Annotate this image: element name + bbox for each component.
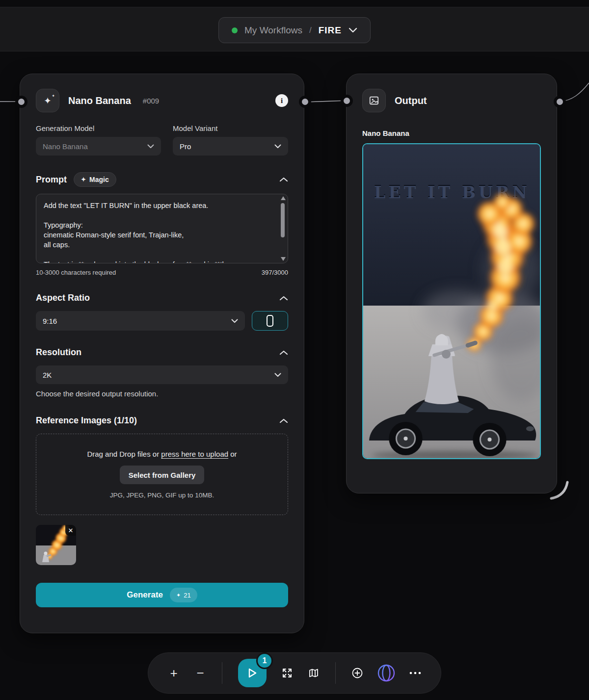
upload-link[interactable]: press here to upload <box>161 450 228 458</box>
chevron-up-icon <box>279 177 288 182</box>
chevron-up-icon <box>279 418 288 423</box>
canvas-toolbar: + − 1 <box>148 652 441 694</box>
prompt-scrollbar[interactable] <box>280 196 286 261</box>
resolution-collapse-button[interactable] <box>279 350 288 355</box>
prompt-textarea[interactable]: Add the text "LET IT BURN" in the upper … <box>36 194 288 263</box>
aspect-ratio-select[interactable]: 9:16 <box>36 311 245 331</box>
add-node-button[interactable] <box>347 662 368 684</box>
prompt-collapse-button[interactable] <box>279 177 288 182</box>
dropzone-text: Drag and Drop files or press here to upl… <box>87 450 237 458</box>
chevron-down-icon <box>147 144 154 149</box>
zoom-out-button[interactable]: − <box>189 662 211 684</box>
prompt-char-count: 397/3000 <box>262 269 288 276</box>
model-variant-label: Model Variant <box>173 124 288 132</box>
expand-icon <box>281 667 293 679</box>
output-input-port[interactable] <box>344 98 350 104</box>
aspect-ratio-collapse-button[interactable] <box>279 296 288 301</box>
output-node-header: Output <box>362 89 541 112</box>
globe-icon <box>375 662 398 684</box>
breadcrumb: My Workflows <box>244 25 302 36</box>
resolution-help: Choose the desired output resolution. <box>36 389 288 398</box>
reference-images-label: Reference Images (1/10) <box>36 415 137 426</box>
prompt-text: Add the text "LET IT BURN" in the upper … <box>36 194 288 263</box>
generated-image[interactable]: LET IT BURN LET IT BURN LET IT BURN <box>362 143 541 459</box>
chevron-down-icon <box>231 319 238 323</box>
resolution-select[interactable]: 2K <box>36 365 288 384</box>
scroll-down-arrow[interactable] <box>281 257 286 261</box>
prompt-requirement: 10-3000 characters required <box>36 269 116 276</box>
generation-model-select[interactable]: Nano Banana <box>36 137 161 156</box>
magic-button[interactable]: ✦ Magic <box>74 172 116 187</box>
prompt-label: Prompt <box>36 175 67 185</box>
sparkles-icon: ✦ <box>81 177 86 182</box>
chevron-up-icon <box>279 350 288 355</box>
chevron-down-icon <box>348 27 357 33</box>
top-header: My Workflows / FIRE <box>0 7 589 52</box>
chevron-down-icon <box>274 144 281 149</box>
generator-node-header: ✦✦ Nano Banana #009 i <box>36 89 288 112</box>
file-dropzone[interactable]: Drag and Drop files or press here to upl… <box>36 434 288 515</box>
minimap-button[interactable] <box>303 662 324 684</box>
sparkles-icon: ✦✦ <box>36 89 59 112</box>
orientation-toggle[interactable] <box>252 311 288 331</box>
publish-button[interactable] <box>373 660 400 686</box>
breadcrumb-separator: / <box>309 26 312 35</box>
image-icon <box>362 89 386 112</box>
chevron-up-icon <box>279 296 288 301</box>
scroll-up-arrow[interactable] <box>281 196 286 200</box>
generate-button[interactable]: Generate ✦ 21 <box>36 583 288 607</box>
scrollbar-thumb[interactable] <box>281 203 285 237</box>
zoom-in-button[interactable]: + <box>163 662 185 684</box>
toolbar-divider <box>222 662 222 684</box>
node-title: Nano Banana <box>68 95 131 106</box>
status-dot <box>232 27 238 33</box>
run-count-badge: 1 <box>256 652 273 669</box>
play-icon <box>246 667 258 679</box>
toolbar-divider <box>335 662 336 684</box>
workflow-selector[interactable]: My Workflows / FIRE <box>218 17 371 43</box>
portrait-orientation-icon <box>267 315 273 327</box>
output-node: Output Nano Banana LET IT BURN <box>346 74 557 493</box>
fit-view-button[interactable] <box>276 662 298 684</box>
plus-icon: + <box>170 666 177 681</box>
generator-node: ✦✦ Nano Banana #009 i Generation Model N… <box>20 74 304 633</box>
output-output-port[interactable] <box>557 99 563 105</box>
node-title: Output <box>395 95 427 106</box>
resolution-label: Resolution <box>36 347 81 358</box>
reference-image-thumbnail[interactable]: ✕ <box>36 525 76 565</box>
aspect-ratio-label: Aspect Ratio <box>36 293 90 303</box>
accepted-formats: JPG, JPEG, PNG, GIF up to 10MB. <box>110 492 214 499</box>
input-port[interactable] <box>18 99 25 105</box>
sparkles-icon: ✦ <box>176 593 181 598</box>
workflow-name: FIRE <box>319 25 342 36</box>
select-from-gallery-button[interactable]: Select from Gallery <box>120 466 205 484</box>
credits-badge: ✦ 21 <box>170 588 197 602</box>
output-model-label: Nano Banana <box>362 129 541 137</box>
more-icon <box>409 671 422 675</box>
map-icon <box>308 667 320 679</box>
close-icon[interactable]: ✕ <box>65 525 76 536</box>
minus-icon: − <box>196 666 204 681</box>
model-variant-select[interactable]: Pro <box>173 137 288 156</box>
plus-circle-icon <box>351 667 363 679</box>
chevron-down-icon <box>274 373 281 377</box>
generator-output-port[interactable] <box>302 99 308 105</box>
info-icon[interactable]: i <box>275 94 288 107</box>
node-id: #009 <box>143 97 159 105</box>
more-options-button[interactable] <box>404 662 426 684</box>
generation-model-label: Generation Model <box>36 124 161 132</box>
reference-images-collapse-button[interactable] <box>279 418 288 423</box>
